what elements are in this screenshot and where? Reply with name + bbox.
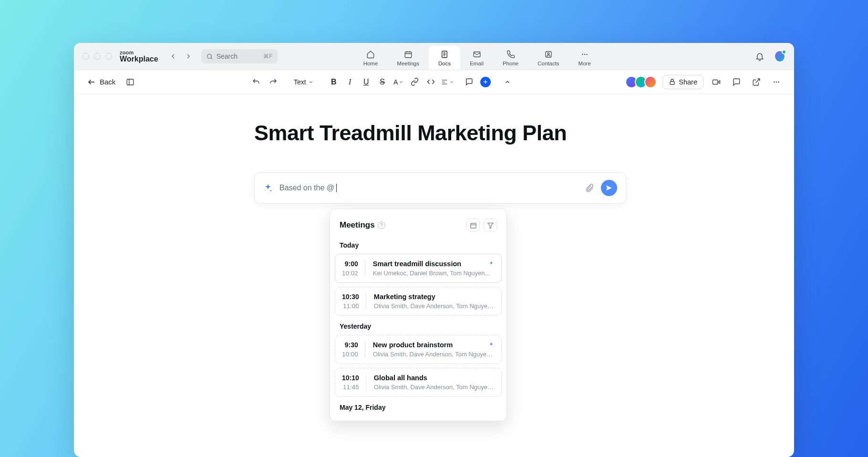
svg-point-15 xyxy=(586,54,587,55)
meeting-end: 10:00 xyxy=(342,351,358,358)
toolbar-right: Share xyxy=(625,75,784,89)
traffic-light-zoom[interactable] xyxy=(105,53,112,60)
redo-button[interactable] xyxy=(266,75,280,89)
meeting-times: 10:30 11:00 xyxy=(342,293,366,310)
nav-docs[interactable]: Docs xyxy=(429,46,460,70)
search-input[interactable]: Search ⌘F xyxy=(201,49,278,63)
underline-button[interactable]: U xyxy=(360,75,373,89)
svg-point-12 xyxy=(548,53,549,55)
help-icon[interactable]: ? xyxy=(378,221,385,229)
send-button[interactable] xyxy=(601,180,617,196)
bold-button[interactable]: B xyxy=(327,75,341,89)
comment-button[interactable] xyxy=(463,75,476,89)
chevron-down-icon xyxy=(399,80,403,84)
meetings-section-label: Yesterday xyxy=(330,320,506,335)
text-style-dropdown[interactable]: Text xyxy=(291,76,317,88)
svg-marker-33 xyxy=(487,223,493,228)
nav-email-label: Email xyxy=(470,61,484,66)
profile-avatar[interactable] xyxy=(774,51,785,62)
brand-bottom: Workplace xyxy=(120,55,158,63)
text-cursor xyxy=(336,184,337,192)
ai-compose-input[interactable]: Based on the @ xyxy=(254,172,626,204)
docs-icon xyxy=(440,50,449,59)
meeting-times: 9:30 10:00 xyxy=(342,341,365,358)
home-icon xyxy=(366,50,375,59)
back-arrow[interactable] xyxy=(167,50,179,62)
chat-button[interactable] xyxy=(729,75,744,89)
forward-arrow[interactable] xyxy=(182,50,195,62)
nav-email[interactable]: Email xyxy=(460,46,493,70)
meeting-times: 9:00 10:02 xyxy=(342,260,365,277)
meeting-end: 10:02 xyxy=(342,270,358,277)
plus-icon: + xyxy=(480,77,491,87)
italic-button[interactable]: I xyxy=(343,75,357,89)
calendar-filter-button[interactable] xyxy=(466,218,480,232)
more-options-button[interactable] xyxy=(769,75,784,89)
panel-icon xyxy=(126,78,134,86)
filter-button[interactable] xyxy=(484,218,497,232)
text-color-button[interactable]: A xyxy=(392,75,405,89)
traffic-light-close[interactable] xyxy=(83,53,89,60)
sparkle-icon xyxy=(488,342,495,348)
meeting-item[interactable]: 10:10 11:45 Global all hands Olivia Smit… xyxy=(335,368,502,397)
collapse-toolbar[interactable] xyxy=(501,75,514,89)
open-external-button[interactable] xyxy=(749,75,764,89)
nav-contacts[interactable]: Contacts xyxy=(528,46,568,70)
svg-line-25 xyxy=(756,79,760,83)
svg-point-30 xyxy=(265,190,266,191)
meeting-start: 9:00 xyxy=(345,260,358,268)
comment-icon xyxy=(465,78,473,86)
nav-meetings[interactable]: Meetings xyxy=(387,46,429,70)
brand-top: zoom xyxy=(120,50,158,55)
window-controls[interactable] xyxy=(83,53,112,60)
popup-title: Meetings xyxy=(340,220,375,230)
back-button[interactable]: Back xyxy=(84,76,118,88)
nav-home[interactable]: Home xyxy=(354,46,388,70)
chevron-up-icon xyxy=(504,79,511,85)
undo-button[interactable] xyxy=(249,75,263,89)
send-icon xyxy=(605,184,613,192)
link-button[interactable] xyxy=(408,75,422,89)
meeting-end: 11:45 xyxy=(343,384,359,391)
sidebar-toggle[interactable] xyxy=(123,75,137,89)
notifications-button[interactable] xyxy=(754,51,765,62)
external-icon xyxy=(752,78,761,86)
traffic-light-minimize[interactable] xyxy=(94,53,101,60)
svg-point-0 xyxy=(207,54,211,58)
meeting-item[interactable]: 10:30 11:00 Marketing strategy Olivia Sm… xyxy=(335,287,502,316)
calendar-icon xyxy=(470,222,477,229)
meeting-item[interactable]: 9:00 10:02 Smart treadmill discussion Ke… xyxy=(335,254,502,283)
link-icon xyxy=(411,78,419,86)
more-horizontal-icon xyxy=(772,78,781,86)
meeting-start: 10:10 xyxy=(342,374,359,382)
meeting-item[interactable]: 9:30 10:00 New product brainstorm Olivia… xyxy=(335,335,502,364)
search-placeholder: Search xyxy=(217,52,238,60)
align-icon xyxy=(441,78,448,86)
nav-phone[interactable]: Phone xyxy=(493,46,528,70)
attachment-button[interactable] xyxy=(585,183,594,193)
avatar xyxy=(644,76,657,88)
align-button[interactable] xyxy=(441,75,454,89)
nav-more[interactable]: More xyxy=(569,46,600,70)
meeting-attendees: Olivia Smith, Dave Anderson, Tom Nguyen.… xyxy=(374,302,495,310)
lock-icon xyxy=(669,78,676,85)
editor-toolbar: Back Text B I U S A xyxy=(74,70,794,94)
share-button[interactable]: Share xyxy=(662,75,703,89)
undo-icon xyxy=(252,78,260,86)
document-body: Smart Treadmill Marketing Plan Based on … xyxy=(74,94,794,204)
meetings-section-label: May 12, Friday xyxy=(330,401,506,416)
svg-point-27 xyxy=(776,81,777,82)
filter-icon xyxy=(487,222,494,229)
meetings-section-label: Today xyxy=(330,239,506,254)
document-title[interactable]: Smart Treadmill Marketing Plan xyxy=(254,121,794,145)
meeting-body: Global all hands Olivia Smith, Dave Ande… xyxy=(374,374,495,391)
format-toolbar: Text B I U S A + xyxy=(249,75,514,89)
svg-rect-17 xyxy=(127,79,134,85)
ai-prompt-text: Based on the @ xyxy=(279,184,578,193)
strikethrough-button[interactable]: S xyxy=(376,75,389,89)
insert-button[interactable]: + xyxy=(479,75,492,89)
meeting-name: Marketing strategy xyxy=(374,293,435,301)
video-button[interactable] xyxy=(709,75,723,89)
code-button[interactable] xyxy=(424,75,438,89)
collaborators[interactable] xyxy=(625,76,657,88)
